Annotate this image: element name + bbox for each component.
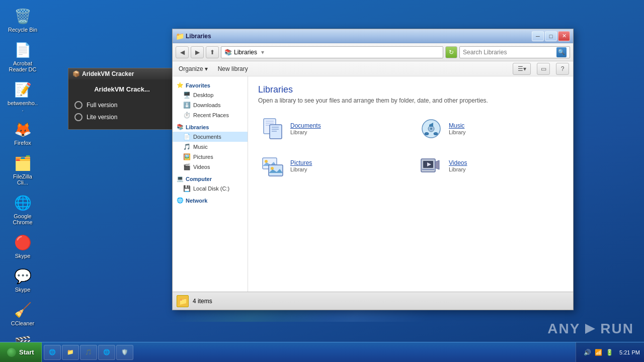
recycle-bin-label: Recycle Bin (8, 27, 37, 33)
acrobat-label: Acrobat Reader DC (7, 60, 38, 72)
localdisk-label: Local Disk (C:) (193, 186, 229, 192)
maximize-button[interactable]: □ (545, 31, 557, 41)
videos-library-icon (419, 153, 444, 178)
acrobat-icon: 📄 (14, 41, 32, 59)
sidebar-item-documents[interactable]: 📄 Documents (173, 132, 248, 142)
desktop-icon-recycle-bin[interactable]: 🗑️ Recycle Bin (5, 5, 40, 35)
forward-button[interactable]: ▶ (191, 46, 204, 58)
sidebar-item-recent[interactable]: ⏱️ Recent Places (173, 110, 248, 120)
sidebar-network-header[interactable]: 🌐 Network (173, 196, 248, 205)
address-icon: 📚 (224, 49, 232, 56)
desktop-icon-acrobat[interactable]: 📄 Acrobat Reader DC (5, 39, 40, 74)
address-bar[interactable]: 📚 Libraries ▾ (221, 46, 443, 58)
network-header-label: Network (186, 198, 207, 204)
svg-point-12 (434, 133, 438, 135)
organize-dropdown-icon: ▾ (205, 65, 208, 72)
installer-label: AridekVM Crack... (74, 85, 170, 93)
library-item-videos[interactable]: Videos Library (417, 151, 563, 180)
recycle-bin-icon: 🗑️ (14, 7, 32, 25)
desktop-icon-skype[interactable]: 💬 Skype (5, 265, 40, 295)
recent-icon: ⏱️ (183, 111, 191, 119)
desktop: 🗑️ Recycle Bin 📄 Acrobat Reader DC 📝 bet… (0, 0, 644, 362)
taskbar-item-explorer[interactable]: 📁 (62, 345, 79, 360)
ie-icon: 🌐 (48, 348, 56, 356)
taskbar-time: 5:21 PM (619, 349, 640, 355)
desktop-icon-ccleaner[interactable]: 🧹 CCleaner (5, 299, 40, 328)
library-item-documents[interactable]: Documents Library (258, 114, 405, 143)
sidebar-libraries-header[interactable]: 📚 Libraries (173, 122, 248, 132)
explorer-window: 📁 Libraries ─ □ ✕ ◀ ▶ ⬆ 📚 Libraries ▾ ↻ … (172, 29, 574, 310)
tray-icons: 🔊 📶 🔋 (580, 348, 616, 356)
taskbar-item-avg[interactable]: 🛡️ (116, 345, 133, 360)
sidebar-item-pictures[interactable]: 🖼️ Pictures (173, 152, 248, 162)
full-version-option[interactable]: Full version (74, 99, 170, 111)
search-bar[interactable]: 🔍 (459, 46, 570, 58)
back-button[interactable]: ◀ (176, 46, 189, 58)
minimize-button[interactable]: ─ (532, 31, 544, 41)
view-options-button[interactable]: ☰▾ (513, 63, 531, 75)
favorites-label: Favorites (186, 82, 210, 88)
svg-rect-2 (266, 123, 274, 124)
preview-pane-button[interactable]: ▭ (537, 63, 550, 75)
lite-version-radio[interactable] (74, 113, 83, 121)
music-library-sub: Library (449, 129, 466, 135)
sidebar: ⭐ Favorites 🖥️ Desktop ⬇️ Downloads ⏱️ R… (173, 76, 248, 292)
taskbar: Start 🌐 📁 🎵 🌐 🛡️ 🔊 📶 🔋 (0, 342, 644, 362)
up-button[interactable]: ⬆ (206, 46, 219, 58)
computer-header-icon: 💻 (177, 175, 184, 182)
filezilla-label: FileZilla Cli... (7, 173, 38, 186)
search-input[interactable] (463, 49, 554, 56)
desktop-icon-firefox[interactable]: 🦊 Firefox (5, 118, 40, 148)
close-button[interactable]: ✕ (558, 31, 570, 41)
start-button[interactable]: Start (0, 342, 42, 362)
sidebar-item-desktop[interactable]: 🖥️ Desktop (173, 90, 248, 100)
full-version-radio[interactable] (74, 101, 83, 109)
sidebar-section-computer: 💻 Computer 💾 Local Disk (C:) (173, 174, 248, 194)
desktop-icon-chrome[interactable]: 🌐 Google Chrome (5, 192, 40, 227)
ccleaner-label: CCleaner (11, 320, 34, 326)
lite-version-option[interactable]: Lite version (74, 111, 170, 123)
desktop-icon-betweenhood[interactable]: 📝 betweenho... (5, 78, 40, 114)
sidebar-section-favorites: ⭐ Favorites 🖥️ Desktop ⬇️ Downloads ⏱️ R… (173, 80, 248, 120)
music-library-name: Music (449, 122, 466, 129)
music-label: Music (193, 144, 208, 150)
opera-label: Skype (15, 253, 31, 259)
sidebar-computer-header[interactable]: 💻 Computer (173, 174, 248, 184)
sidebar-section-libraries: 📚 Libraries 📄 Documents 🎵 Music 🖼️ Pictu… (173, 122, 248, 172)
sidebar-item-localdisk[interactable]: 💾 Local Disk (C:) (173, 184, 248, 194)
libraries-header-icon: 📚 (177, 124, 184, 130)
sidebar-item-downloads[interactable]: ⬇️ Downloads (173, 100, 248, 110)
title-bar[interactable]: 📁 Libraries ─ □ ✕ (173, 29, 573, 43)
installer-title-text: AridekVM Cracker (82, 70, 134, 77)
svg-marker-21 (585, 324, 595, 334)
taskbar-item-chrome-task[interactable]: 🌐 (98, 345, 115, 360)
refresh-button[interactable]: ↻ (445, 46, 457, 58)
installer-title-bar[interactable]: 📦 AridekVM Cracker (68, 68, 176, 79)
desktop-sidebar-icon: 🖥️ (183, 91, 191, 99)
documents-library-icon (260, 116, 285, 141)
window-controls: ─ □ ✕ (532, 31, 570, 41)
anyrun-run-text: RUN (600, 321, 634, 337)
music-library-icon (419, 116, 444, 141)
sidebar-item-music[interactable]: 🎵 Music (173, 142, 248, 152)
content-subtitle: Open a library to see your files and arr… (258, 97, 563, 104)
library-item-music[interactable]: Music Library (417, 114, 563, 143)
pictures-label: Pictures (193, 154, 213, 160)
search-button[interactable]: 🔍 (556, 47, 567, 57)
ccleaner-icon: 🧹 (14, 301, 32, 319)
documents-icon: 📄 (183, 133, 191, 141)
taskbar-item-ie[interactable]: 🌐 (44, 345, 61, 360)
organize-button[interactable]: Organize ▾ (177, 64, 210, 73)
skype-icon: 💬 (14, 267, 32, 285)
anyrun-watermark: ANY RUN (547, 321, 634, 337)
library-item-pictures[interactable]: Pictures Library (258, 151, 405, 180)
favorites-icon: ⭐ (177, 82, 184, 88)
desktop-icon-filezilla[interactable]: 🗂️ FileZilla Cli... (5, 152, 40, 188)
new-library-button[interactable]: New library (216, 64, 250, 73)
taskbar-item-wmp[interactable]: 🎵 (80, 345, 97, 360)
desktop-icon-opera[interactable]: 🔴 Skype (5, 231, 40, 261)
help-button[interactable]: ? (556, 63, 569, 75)
sidebar-favorites-header[interactable]: ⭐ Favorites (173, 80, 248, 90)
sidebar-item-videos[interactable]: 🎬 Videos (173, 162, 248, 172)
tray-icon-network: 🔊 (583, 348, 591, 356)
